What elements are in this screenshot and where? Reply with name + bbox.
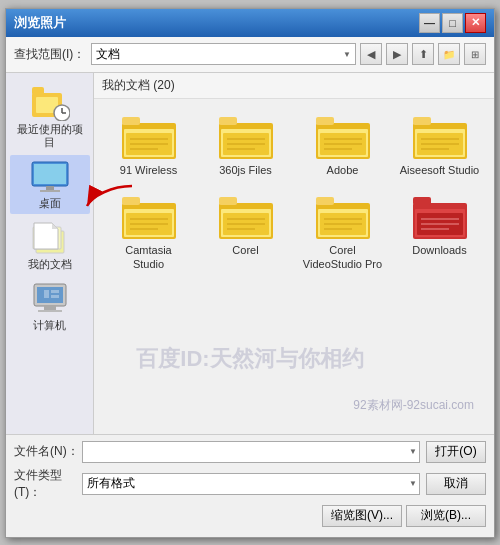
- sidebar-recent-label: 最近使用的项目: [12, 123, 88, 149]
- svg-rect-65: [316, 197, 334, 205]
- svg-rect-7: [34, 164, 66, 184]
- folder-icon: [413, 113, 467, 159]
- sidebar-item-recent[interactable]: 最近使用的项目: [10, 81, 90, 153]
- svg-rect-72: [413, 197, 431, 205]
- filetype-value: 所有格式: [87, 475, 135, 492]
- title-bar-controls: — □ ✕: [419, 13, 486, 33]
- right-buttons2: 取消: [426, 473, 486, 495]
- folder-label: 91 Wireless: [120, 163, 177, 177]
- extra-buttons-row: 缩览图(V)... 浏览(B)...: [14, 505, 486, 527]
- sidebar: 最近使用的项目 桌面: [6, 73, 94, 434]
- folder-item[interactable]: Corel VideoStudio Pro: [296, 187, 389, 278]
- maximize-button[interactable]: □: [442, 13, 463, 33]
- folder-icon: [122, 193, 176, 239]
- sidebar-item-computer[interactable]: 计算机: [10, 277, 90, 336]
- folder-item[interactable]: Corel: [199, 187, 292, 278]
- folder-item[interactable]: 360js Files: [199, 107, 292, 183]
- filename-label: 文件名(N)：: [14, 443, 82, 460]
- svg-rect-58: [219, 197, 237, 205]
- cancel-button[interactable]: 取消: [426, 473, 486, 495]
- folder-label: Corel: [232, 243, 258, 257]
- mydocs-icon: [30, 220, 70, 256]
- back-button[interactable]: ◀: [360, 43, 382, 65]
- svg-rect-20: [51, 290, 59, 293]
- forward-button[interactable]: ▶: [386, 43, 408, 65]
- view-toggle-button[interactable]: ⊞: [464, 43, 486, 65]
- folder-label: Aiseesoft Studio: [400, 163, 480, 177]
- filetype-row: 文件类型(T)： 所有格式 ▼ 取消: [14, 467, 486, 501]
- up-button[interactable]: ⬆: [412, 43, 434, 65]
- file-grid: 91 Wireless 360js Files Adobe: [94, 99, 494, 434]
- svg-rect-17: [44, 306, 56, 310]
- filename-dropdown-icon: ▼: [409, 447, 417, 456]
- close-button[interactable]: ✕: [465, 13, 486, 33]
- open-button[interactable]: 打开(O): [426, 441, 486, 463]
- location-label: 查找范围(I)：: [14, 46, 85, 63]
- dialog: 浏览照片 — □ ✕ 查找范围(I)： 文档 ▼ ◀ ▶ ⬆ 📁 ⊞: [5, 8, 495, 538]
- sidebar-computer-label: 计算机: [33, 319, 66, 332]
- location-bar: 文档 ▼ ◀ ▶ ⬆ 📁 ⊞: [91, 43, 486, 65]
- browse-button[interactable]: 浏览(B)...: [406, 505, 486, 527]
- sidebar-mydocs-label: 我的文档: [28, 258, 72, 271]
- folder-item[interactable]: Adobe: [296, 107, 389, 183]
- location-value: 文档: [96, 46, 343, 63]
- folder-icon: [413, 193, 467, 239]
- sidebar-desktop-label: 桌面: [39, 197, 61, 210]
- minimize-button[interactable]: —: [419, 13, 440, 33]
- folder-label: 360js Files: [219, 163, 272, 177]
- svg-rect-8: [46, 186, 54, 190]
- dropdown-arrow-icon: ▼: [343, 50, 351, 59]
- location-dropdown[interactable]: 文档 ▼: [91, 43, 356, 65]
- svg-rect-37: [316, 117, 334, 125]
- toolbar: 查找范围(I)： 文档 ▼ ◀ ▶ ⬆ 📁 ⊞: [6, 37, 494, 73]
- folder-icon: [219, 193, 273, 239]
- folder-label: Downloads: [412, 243, 466, 257]
- svg-rect-44: [413, 117, 431, 125]
- main-wrapper: 最近使用的项目 桌面: [6, 73, 494, 434]
- filetype-dropdown[interactable]: 所有格式 ▼: [82, 473, 420, 495]
- svg-rect-21: [51, 295, 59, 298]
- bottom-section: 文件名(N)： ▼ 打开(O) 文件类型(T)： 所有格式 ▼ 取消 缩览图(V…: [6, 434, 494, 537]
- new-folder-button[interactable]: 📁: [438, 43, 460, 65]
- sidebar-item-desktop[interactable]: 桌面: [10, 155, 90, 214]
- folder-item[interactable]: Aiseesoft Studio: [393, 107, 486, 183]
- folder-icon: [122, 113, 176, 159]
- file-area: 我的文档 (20) 91 Wireless 360js Files: [94, 73, 494, 434]
- svg-rect-9: [40, 190, 60, 192]
- filename-row: 文件名(N)： ▼ 打开(O): [14, 441, 486, 463]
- svg-rect-16: [37, 287, 63, 303]
- filetype-arrow-icon: ▼: [409, 479, 417, 488]
- folder-item[interactable]: 91 Wireless: [102, 107, 195, 183]
- folder-icon: [316, 113, 370, 159]
- folder-item[interactable]: Downloads: [393, 187, 486, 278]
- folder-icon: [316, 193, 370, 239]
- file-area-header: 我的文档 (20): [94, 73, 494, 99]
- svg-rect-18: [38, 310, 62, 312]
- desktop-icon: [30, 159, 70, 195]
- folder-item[interactable]: Camtasia Studio: [102, 187, 195, 278]
- svg-rect-23: [122, 117, 140, 125]
- dialog-title: 浏览照片: [14, 14, 66, 32]
- svg-rect-51: [122, 197, 140, 205]
- filename-input[interactable]: ▼: [82, 441, 420, 463]
- title-bar: 浏览照片 — □ ✕: [6, 9, 494, 37]
- folder-label: Camtasia Studio: [109, 243, 189, 272]
- recent-icon: [30, 85, 70, 121]
- sidebar-item-mydocs[interactable]: 我的文档: [10, 216, 90, 275]
- computer-icon: [30, 281, 70, 317]
- folder-label: Corel VideoStudio Pro: [303, 243, 383, 272]
- preview-button[interactable]: 缩览图(V)...: [322, 505, 402, 527]
- filetype-label: 文件类型(T)：: [14, 467, 82, 501]
- folder-icon: [219, 113, 273, 159]
- folder-label: Adobe: [327, 163, 359, 177]
- svg-rect-19: [44, 290, 49, 298]
- svg-rect-1: [32, 87, 44, 95]
- right-buttons: 打开(O): [426, 441, 486, 463]
- svg-rect-30: [219, 117, 237, 125]
